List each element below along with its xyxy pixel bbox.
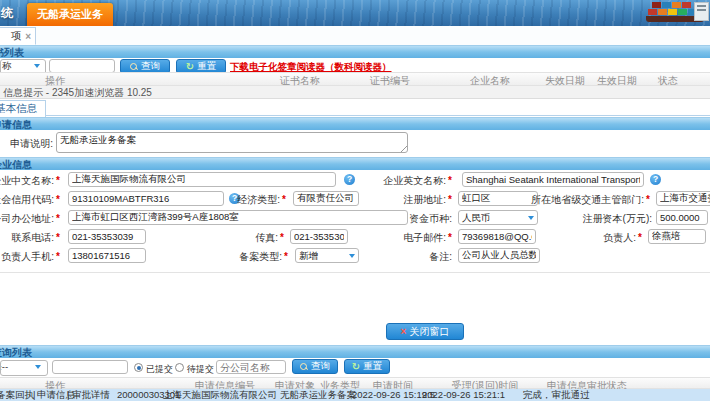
magnifier-icon bbox=[300, 363, 308, 371]
cert-search-input[interactable] bbox=[49, 59, 115, 73]
close-window-button[interactable]: × 关闭窗口 bbox=[386, 323, 464, 340]
authority-input[interactable] bbox=[656, 191, 710, 206]
authority-label: 所在地省级交通主管部门: bbox=[528, 192, 650, 207]
app-tab-nvocc[interactable]: 无船承运业务 bbox=[27, 3, 113, 26]
cert-list-title: 证书列表 bbox=[0, 46, 24, 58]
info-line: 信息提示 - 2345加速浏览器 10.25 bbox=[0, 86, 710, 99]
company-cn-input[interactable] bbox=[68, 172, 336, 187]
currency-select[interactable]: 人民币 bbox=[458, 210, 538, 225]
reg-address-label: 注册地址: bbox=[378, 192, 452, 207]
query-table-header: 操作 申请信息编号 申请对象 业务类型 申请时间 受理(退回)时间 申请信息审批… bbox=[0, 377, 710, 389]
refresh-icon: ↻ bbox=[352, 362, 360, 372]
apply-info-title: 申请信息 bbox=[0, 118, 32, 130]
chevron-down-icon[interactable] bbox=[35, 365, 41, 369]
email-input[interactable] bbox=[458, 229, 536, 244]
tab-close-icon[interactable]: × bbox=[25, 31, 31, 42]
link-separator: | bbox=[33, 389, 35, 401]
chevron-down-icon[interactable] bbox=[528, 216, 534, 220]
office-address-input[interactable] bbox=[68, 210, 408, 225]
manager-mobile-label: 负责人手机: bbox=[0, 249, 60, 264]
refresh-icon: ↻ bbox=[186, 62, 194, 72]
chevron-down-icon[interactable] bbox=[34, 64, 40, 68]
close-icon: × bbox=[401, 326, 407, 337]
currency-label: 资金币种: bbox=[378, 211, 452, 226]
radio-unsubmitted-label: 待提交 bbox=[187, 363, 214, 376]
capital-input[interactable] bbox=[656, 210, 708, 225]
phone-label: 联系电话: bbox=[0, 230, 60, 245]
app-window: 统 无船承运业务 项 × 证书列表 称 查询 ↻ 重置 bbox=[0, 0, 710, 401]
company-en-label: 企业英文名称: bbox=[350, 173, 452, 188]
chevron-down-icon[interactable] bbox=[349, 254, 355, 258]
radio-unsubmitted[interactable] bbox=[175, 363, 184, 372]
system-label: 统 bbox=[1, 5, 13, 22]
record-type-label: 备案类型: bbox=[200, 249, 288, 264]
remark-input[interactable] bbox=[458, 248, 540, 263]
economic-type-label: 经济类型: bbox=[200, 192, 286, 207]
page-tab-bar bbox=[0, 26, 710, 46]
company-en-input[interactable] bbox=[462, 172, 644, 187]
page-tab-label: 项 bbox=[11, 29, 21, 43]
remark-label: 备注: bbox=[378, 249, 452, 264]
manager-label: 负责人: bbox=[560, 230, 642, 245]
economic-type-input[interactable] bbox=[293, 191, 359, 206]
tab-underline bbox=[0, 115, 710, 116]
apply-info-section-bar: 申请信息 bbox=[0, 117, 710, 130]
query-list-section-bar: 查询列表 bbox=[0, 345, 710, 358]
email-label: 电子邮件: bbox=[378, 230, 452, 245]
fax-label: 传真: bbox=[200, 230, 284, 245]
fax-input[interactable] bbox=[290, 229, 348, 244]
query-reset-button[interactable]: ↻ 重置 bbox=[344, 359, 390, 374]
query-search-label: 查询 bbox=[311, 360, 330, 373]
apply-note-textarea[interactable]: 无船承运业务备案 bbox=[56, 132, 408, 153]
cert-table-header: 操作 证书名称 证书编号 企业名称 失效日期 生效日期 状态 bbox=[0, 72, 710, 86]
office-address-label: 公司办公地址: bbox=[0, 211, 60, 226]
close-window-label: 关闭窗口 bbox=[409, 325, 449, 339]
cert-list-section-bar: 证书列表 bbox=[0, 45, 710, 58]
apply-note-label: 申请说明: bbox=[0, 136, 53, 151]
phone-input[interactable] bbox=[68, 229, 146, 244]
query-list-title: 查询列表 bbox=[0, 346, 32, 358]
row-status: 完成，审批通过 bbox=[523, 389, 590, 401]
tab-basic-info[interactable]: 基本信息 bbox=[0, 100, 46, 117]
link-separator: | bbox=[67, 389, 69, 401]
manager-mobile-input[interactable] bbox=[68, 248, 146, 263]
approval-detail-link[interactable]: 审批详情 bbox=[72, 389, 110, 401]
page-tab[interactable]: 项 × bbox=[0, 27, 36, 45]
radio-submitted[interactable] bbox=[134, 363, 143, 372]
company-info-section-bar: 企业信息 bbox=[0, 157, 710, 170]
magnifier-icon bbox=[130, 63, 138, 71]
query-search-button[interactable]: 查询 bbox=[292, 359, 338, 374]
query-reset-label: 重置 bbox=[363, 360, 382, 373]
query-table-row[interactable]: 备案回执 | 申请信息 | 审批详情 200000303301 上海天施国际物流… bbox=[0, 389, 710, 401]
reg-address-input[interactable] bbox=[458, 191, 538, 206]
manager-input[interactable] bbox=[648, 229, 706, 244]
row-business-type: 无船承运业务备案 bbox=[280, 389, 356, 401]
receipt-link[interactable]: 备案回执 bbox=[0, 389, 34, 401]
credit-code-label: 统一社会信用代码: bbox=[0, 192, 60, 207]
company-cn-label: 企业中文名称: bbox=[0, 173, 60, 188]
branch-name-input[interactable] bbox=[216, 360, 286, 374]
help-icon[interactable]: ? bbox=[650, 174, 661, 185]
company-info-title: 企业信息 bbox=[0, 158, 32, 170]
divider bbox=[0, 272, 710, 273]
radio-submitted-label: 已提交 bbox=[146, 363, 173, 376]
row-applicant: 上海天施国际物流有限公司 bbox=[163, 389, 277, 401]
query-keyword-input[interactable] bbox=[52, 360, 128, 374]
row-accept-time: 2022-09-26 15:21:1 bbox=[422, 389, 505, 401]
capital-label: 注册资本(万元): bbox=[540, 211, 652, 226]
